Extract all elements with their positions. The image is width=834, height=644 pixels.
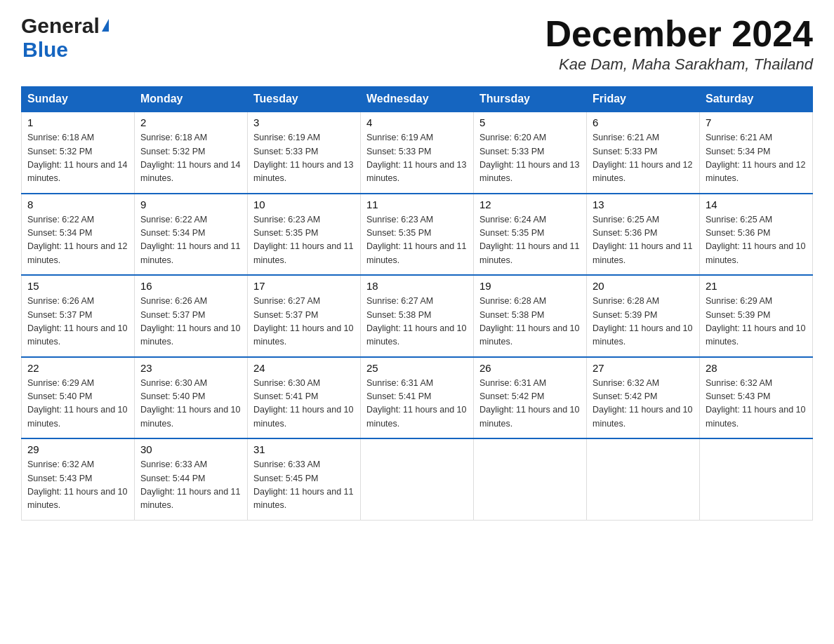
calendar-day-31: 31 Sunrise: 6:33 AMSunset: 5:45 PMDaylig…: [248, 438, 361, 520]
day-number: 16: [140, 280, 241, 292]
calendar-day-9: 9 Sunrise: 6:22 AMSunset: 5:34 PMDayligh…: [135, 194, 248, 276]
day-info: Sunrise: 6:25 AMSunset: 5:36 PMDaylight:…: [593, 215, 692, 265]
calendar-day-23: 23 Sunrise: 6:30 AMSunset: 5:40 PMDaylig…: [135, 357, 248, 439]
calendar-day-24: 24 Sunrise: 6:30 AMSunset: 5:41 PMDaylig…: [248, 357, 361, 439]
day-info: Sunrise: 6:19 AMSunset: 5:33 PMDaylight:…: [253, 133, 353, 183]
calendar-week-4: 22 Sunrise: 6:29 AMSunset: 5:40 PMDaylig…: [22, 357, 813, 439]
weekday-header-sunday: Sunday: [22, 87, 135, 112]
calendar-day-26: 26 Sunrise: 6:31 AMSunset: 5:42 PMDaylig…: [474, 357, 587, 439]
calendar-day-30: 30 Sunrise: 6:33 AMSunset: 5:44 PMDaylig…: [135, 438, 248, 520]
day-number: 13: [593, 199, 694, 210]
page-header: General Blue December 2024 Kae Dam, Maha…: [21, 14, 813, 74]
calendar-day-20: 20 Sunrise: 6:28 AMSunset: 5:39 PMDaylig…: [587, 275, 700, 357]
day-info: Sunrise: 6:19 AMSunset: 5:33 PMDaylight:…: [366, 133, 466, 183]
day-info: Sunrise: 6:32 AMSunset: 5:42 PMDaylight:…: [593, 378, 692, 429]
weekday-header-monday: Monday: [135, 87, 248, 112]
calendar-day-28: 28 Sunrise: 6:32 AMSunset: 5:43 PMDaylig…: [700, 357, 813, 439]
day-number: 20: [593, 280, 694, 292]
day-info: Sunrise: 6:21 AMSunset: 5:34 PMDaylight:…: [706, 133, 805, 183]
logo: General Blue: [21, 14, 109, 62]
day-info: Sunrise: 6:27 AMSunset: 5:37 PMDaylight:…: [253, 296, 353, 347]
weekday-header-row: SundayMondayTuesdayWednesdayThursdayFrid…: [22, 87, 813, 112]
weekday-header-saturday: Saturday: [700, 87, 813, 112]
calendar-day-17: 17 Sunrise: 6:27 AMSunset: 5:37 PMDaylig…: [248, 275, 361, 357]
day-number: 18: [366, 280, 468, 292]
location-subtitle: Kae Dam, Maha Sarakham, Thailand: [545, 55, 813, 74]
calendar-empty-4-6: [700, 438, 813, 520]
day-info: Sunrise: 6:18 AMSunset: 5:32 PMDaylight:…: [27, 133, 127, 183]
day-info: Sunrise: 6:27 AMSunset: 5:38 PMDaylight:…: [366, 296, 466, 347]
day-info: Sunrise: 6:24 AMSunset: 5:35 PMDaylight:…: [479, 215, 579, 265]
day-number: 31: [253, 443, 355, 455]
calendar-day-5: 5 Sunrise: 6:20 AMSunset: 5:33 PMDayligh…: [474, 112, 587, 194]
day-number: 25: [366, 362, 468, 374]
day-info: Sunrise: 6:31 AMSunset: 5:41 PMDaylight:…: [366, 378, 466, 429]
day-info: Sunrise: 6:32 AMSunset: 5:43 PMDaylight:…: [27, 459, 127, 510]
weekday-header-tuesday: Tuesday: [248, 87, 361, 112]
calendar-day-11: 11 Sunrise: 6:23 AMSunset: 5:35 PMDaylig…: [361, 194, 474, 276]
calendar-empty-4-4: [474, 438, 587, 520]
day-number: 10: [253, 199, 355, 210]
day-info: Sunrise: 6:33 AMSunset: 5:44 PMDaylight:…: [140, 459, 240, 510]
day-number: 7: [706, 116, 807, 128]
day-info: Sunrise: 6:28 AMSunset: 5:39 PMDaylight:…: [593, 296, 692, 347]
day-number: 24: [253, 362, 355, 374]
calendar-day-14: 14 Sunrise: 6:25 AMSunset: 5:36 PMDaylig…: [700, 194, 813, 276]
calendar-day-3: 3 Sunrise: 6:19 AMSunset: 5:33 PMDayligh…: [248, 112, 361, 194]
calendar-day-22: 22 Sunrise: 6:29 AMSunset: 5:40 PMDaylig…: [22, 357, 135, 439]
weekday-header-friday: Friday: [587, 87, 700, 112]
calendar-week-3: 15 Sunrise: 6:26 AMSunset: 5:37 PMDaylig…: [22, 275, 813, 357]
day-info: Sunrise: 6:30 AMSunset: 5:41 PMDaylight:…: [253, 378, 353, 429]
calendar-day-8: 8 Sunrise: 6:22 AMSunset: 5:34 PMDayligh…: [22, 194, 135, 276]
day-number: 5: [479, 116, 581, 128]
month-title: December 2024: [545, 14, 813, 54]
calendar-day-25: 25 Sunrise: 6:31 AMSunset: 5:41 PMDaylig…: [361, 357, 474, 439]
day-info: Sunrise: 6:23 AMSunset: 5:35 PMDaylight:…: [253, 215, 353, 265]
calendar-day-21: 21 Sunrise: 6:29 AMSunset: 5:39 PMDaylig…: [700, 275, 813, 357]
day-number: 8: [27, 199, 128, 210]
day-info: Sunrise: 6:20 AMSunset: 5:33 PMDaylight:…: [479, 133, 579, 183]
calendar-day-10: 10 Sunrise: 6:23 AMSunset: 5:35 PMDaylig…: [248, 194, 361, 276]
title-block: December 2024 Kae Dam, Maha Sarakham, Th…: [545, 14, 813, 74]
logo-general-text: General: [21, 14, 100, 38]
calendar-day-16: 16 Sunrise: 6:26 AMSunset: 5:37 PMDaylig…: [135, 275, 248, 357]
day-info: Sunrise: 6:22 AMSunset: 5:34 PMDaylight:…: [140, 215, 240, 265]
day-info: Sunrise: 6:23 AMSunset: 5:35 PMDaylight:…: [366, 215, 466, 265]
day-number: 4: [366, 116, 468, 128]
day-number: 19: [479, 280, 581, 292]
calendar-day-29: 29 Sunrise: 6:32 AMSunset: 5:43 PMDaylig…: [22, 438, 135, 520]
day-number: 3: [253, 116, 355, 128]
calendar-day-15: 15 Sunrise: 6:26 AMSunset: 5:37 PMDaylig…: [22, 275, 135, 357]
day-number: 12: [479, 199, 581, 210]
calendar-week-1: 1 Sunrise: 6:18 AMSunset: 5:32 PMDayligh…: [22, 112, 813, 194]
day-number: 28: [706, 362, 807, 374]
weekday-header-thursday: Thursday: [474, 87, 587, 112]
day-info: Sunrise: 6:33 AMSunset: 5:45 PMDaylight:…: [253, 459, 353, 510]
day-number: 14: [706, 199, 807, 210]
day-number: 21: [706, 280, 807, 292]
calendar-week-2: 8 Sunrise: 6:22 AMSunset: 5:34 PMDayligh…: [22, 194, 813, 276]
day-info: Sunrise: 6:30 AMSunset: 5:40 PMDaylight:…: [140, 378, 240, 429]
day-number: 29: [27, 443, 128, 455]
calendar-week-5: 29 Sunrise: 6:32 AMSunset: 5:43 PMDaylig…: [22, 438, 813, 520]
calendar-day-27: 27 Sunrise: 6:32 AMSunset: 5:42 PMDaylig…: [587, 357, 700, 439]
calendar-day-4: 4 Sunrise: 6:19 AMSunset: 5:33 PMDayligh…: [361, 112, 474, 194]
day-number: 1: [27, 116, 128, 128]
day-number: 26: [479, 362, 581, 374]
day-number: 11: [366, 199, 468, 210]
day-number: 9: [140, 199, 241, 210]
calendar-table: SundayMondayTuesdayWednesdayThursdayFrid…: [21, 86, 813, 521]
day-number: 27: [593, 362, 694, 374]
calendar-day-19: 19 Sunrise: 6:28 AMSunset: 5:38 PMDaylig…: [474, 275, 587, 357]
day-info: Sunrise: 6:29 AMSunset: 5:39 PMDaylight:…: [706, 296, 805, 347]
weekday-header-wednesday: Wednesday: [361, 87, 474, 112]
day-number: 23: [140, 362, 241, 374]
day-info: Sunrise: 6:28 AMSunset: 5:38 PMDaylight:…: [479, 296, 579, 347]
day-info: Sunrise: 6:32 AMSunset: 5:43 PMDaylight:…: [706, 378, 805, 429]
calendar-empty-4-5: [587, 438, 700, 520]
day-number: 30: [140, 443, 241, 455]
calendar-day-7: 7 Sunrise: 6:21 AMSunset: 5:34 PMDayligh…: [700, 112, 813, 194]
day-number: 17: [253, 280, 355, 292]
day-info: Sunrise: 6:26 AMSunset: 5:37 PMDaylight:…: [27, 296, 127, 347]
day-number: 15: [27, 280, 128, 292]
